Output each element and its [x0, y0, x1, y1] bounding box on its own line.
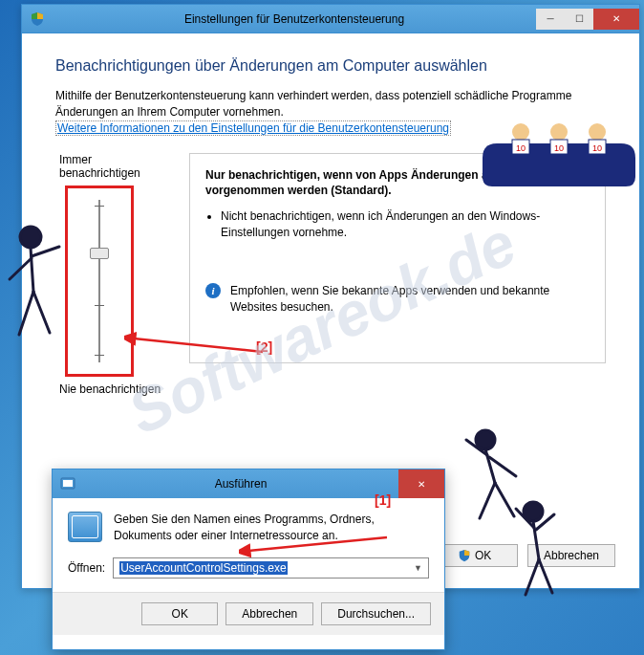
- more-info-link[interactable]: Weitere Informationen zu den Einstellung…: [55, 120, 451, 136]
- minimize-button[interactable]: ─: [536, 9, 565, 30]
- run-ok-button[interactable]: OK: [141, 602, 218, 625]
- close-button[interactable]: ✕: [593, 9, 639, 30]
- slider-top-label: Immer benachrichtigen: [59, 153, 170, 180]
- page-description: Mithilfe der Benutzerkontensteuerung kan…: [55, 88, 606, 120]
- info-recommend-text: Empfohlen, wenn Sie bekannte Apps verwen…: [230, 283, 590, 316]
- run-window-title: Ausführen: [83, 477, 398, 491]
- run-browse-button[interactable]: Durchsuchen...: [321, 602, 431, 625]
- run-dialog: Ausführen ✕ Geben Sie den Namen eines Pr…: [52, 469, 445, 650]
- cancel-button[interactable]: Abbrechen: [527, 544, 615, 567]
- notification-info-panel: Nur benachrichtigen, wenn von Apps Änder…: [189, 153, 606, 363]
- run-icon: [60, 476, 75, 491]
- shield-icon: [30, 11, 45, 27]
- notification-slider-highlight: [65, 186, 134, 377]
- open-label: Öffnen:: [68, 561, 105, 575]
- shield-icon: [458, 549, 471, 562]
- open-input-value: UserAccountControlSettings.exe: [119, 561, 287, 575]
- slider-thumb[interactable]: [90, 248, 109, 259]
- uac-window-title: Einstellungen für Benutzerkontensteuerun…: [53, 12, 536, 26]
- page-heading: Benachrichtigungen über Änderungen am Co…: [55, 57, 606, 75]
- chevron-down-icon[interactable]: ▼: [414, 563, 422, 573]
- run-description: Geben Sie den Namen eines Programms, Ord…: [114, 512, 429, 544]
- slider-track: [98, 200, 100, 362]
- ok-button-label: OK: [475, 549, 491, 562]
- slider-tick: [95, 206, 104, 207]
- run-cancel-button[interactable]: Abbrechen: [225, 602, 313, 625]
- maximize-button[interactable]: ☐: [565, 9, 593, 30]
- svg-rect-1: [63, 480, 73, 487]
- slider-bottom-label: Nie benachrichtigen: [59, 382, 170, 396]
- open-combobox[interactable]: UserAccountControlSettings.exe ▼: [113, 557, 429, 579]
- slider-tick: [95, 355, 104, 356]
- run-app-icon: [68, 512, 102, 542]
- info-title: Nur benachrichtigen, wenn von Apps Änder…: [205, 167, 590, 200]
- slider-tick: [95, 305, 104, 306]
- uac-titlebar[interactable]: Einstellungen für Benutzerkontensteuerun…: [22, 5, 639, 33]
- info-bullet: Nicht benachrichtigen, wenn ich Änderung…: [221, 208, 590, 241]
- run-close-button[interactable]: ✕: [398, 469, 444, 498]
- run-titlebar[interactable]: Ausführen ✕: [53, 469, 444, 498]
- info-icon: i: [205, 283, 221, 298]
- ok-button[interactable]: OK: [441, 544, 518, 567]
